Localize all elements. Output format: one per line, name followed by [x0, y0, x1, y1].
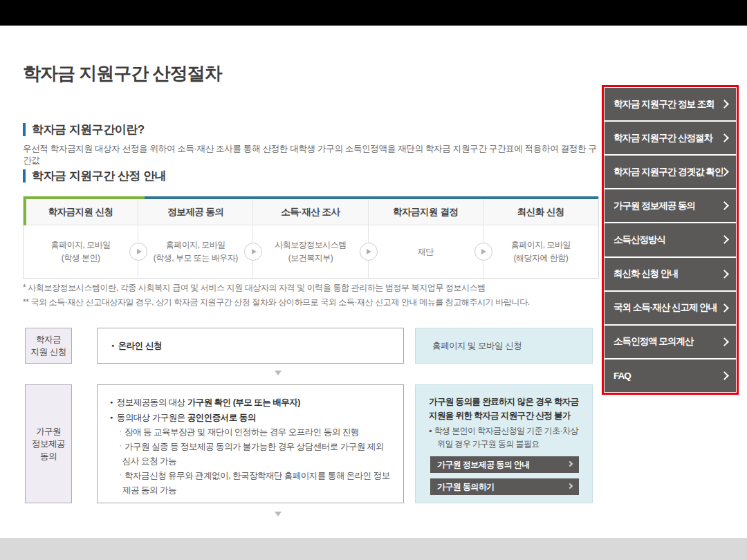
- apply-side-note-box: 홈페이지 및 모바일 신청: [415, 328, 593, 364]
- footnote: ** 국외 소득·재산 신고대상자일 경우, 상기 학자금 지원구간 산정 절차…: [23, 297, 597, 308]
- table-top-border: [24, 196, 598, 199]
- apply-bullet: 온라인 신청: [111, 338, 162, 353]
- consent-detail-box: 정보제공동의 대상 가구원 확인 (부모 또는 배우자) 동의대상 가구원은 공…: [97, 384, 404, 503]
- step-header: 최신화 신청: [483, 199, 598, 225]
- next-step-icon: [360, 243, 378, 261]
- page-title: 학자금 지원구간 산정절차: [23, 62, 221, 86]
- section-what-title: 학자금 지원구간이란?: [32, 122, 145, 138]
- section-what-body: 우선적 학자금지원 대상자 선정을 위하여 소득·재산 조사를 통해 산정한 대…: [23, 143, 597, 167]
- process-header-row: 학자금지원 신청 정보제공 동의 소득·재산 조사 학자금지원 결정 최신화 신…: [24, 199, 598, 225]
- consent-warning-note: 학생 본인이 학자금신청일 기준 기초·차상위일 경우 가구원 동의 불필요: [429, 424, 579, 451]
- consent-label-box: 가구원 정보제공 동의: [25, 384, 72, 503]
- down-arrow-icon: [275, 371, 282, 375]
- section-guide-title: 학자금 지원구간 산정 안내: [32, 168, 166, 184]
- chevron-right-icon: [720, 304, 729, 312]
- sidebar-item-bracket-info[interactable]: 학자금 지원구간 정보 조회: [605, 88, 736, 120]
- sidebar-item-calc-procedure[interactable]: 학자금 지원구간 산정절차: [605, 122, 736, 154]
- step-header: 학자금지원 신청: [24, 199, 138, 225]
- sidebar-item-family-consent[interactable]: 가구원 정보제공 동의: [605, 189, 736, 222]
- apply-side-note: 홈페이지 및 모바일 신청: [432, 340, 522, 352]
- apply-label-box: 학자금 지원 신청: [25, 328, 72, 364]
- step-detail: 홈페이지, 모바일 (해당자에 한함): [483, 225, 598, 278]
- footnote: * 사회보장정보시스템이란, 각종 사회복지 급여 및 서비스 지원 대상자의 …: [23, 282, 597, 294]
- step-header: 학자금지원 결정: [369, 199, 483, 225]
- consent-sub-item: 장애 등 교육부장관 및 재단이 인정하는 경우 오프라인 동의 진행: [110, 425, 391, 440]
- chevron-right-icon: [720, 100, 729, 109]
- consent-guide-button[interactable]: 가구원 정보제공 동의 안내: [430, 456, 579, 473]
- sidebar-item-income-method[interactable]: 소득산정방식: [605, 223, 736, 256]
- apply-detail-box: 온라인 신청: [97, 328, 404, 364]
- consent-bullet: 동의대상 가구원은 공인인증서로 동의: [110, 410, 391, 425]
- consent-warning: 가구원 동의를 완료하지 않은 경우 학자금 지원을 위한 학자금 지원구간 산…: [429, 395, 579, 422]
- sidebar-item-income-simulation[interactable]: 소득인정액 모의계산: [605, 326, 736, 358]
- page: 학자금 지원구간 산정절차 학자금 지원구간이란? 우선적 학자금지원 대상자 …: [0, 0, 747, 560]
- footer-bar: [0, 538, 747, 560]
- chevron-right-icon: [720, 270, 729, 279]
- sidebar-item-boundary-check[interactable]: 학자금 지원구간 경곗값 확인: [605, 156, 736, 188]
- process-table: 학자금지원 신청 정보제공 동의 소득·재산 조사 학자금지원 결정 최신화 신…: [23, 196, 599, 279]
- chevron-right-icon: [720, 202, 729, 211]
- down-arrow-icon: [275, 512, 282, 516]
- consent-bullet: 정보제공동의 대상 가구원 확인 (부모 또는 배우자): [110, 395, 391, 410]
- next-step-icon: [129, 243, 147, 261]
- chevron-right-icon: [720, 371, 729, 380]
- section-accent-bar: [23, 123, 26, 136]
- consent-agree-button[interactable]: 가구원 동의하기: [430, 478, 579, 495]
- step-header: 소득·재산 조사: [253, 199, 368, 225]
- teal-border-segment: [145, 196, 598, 199]
- step-detail: 홈페이지, 모바일 (학생, 부모 또는 배우자): [138, 225, 253, 278]
- chevron-right-icon: [720, 133, 729, 142]
- consent-sub-item: 가구원 실종 등 정보제공 동의가 불가능한 경우 상담센터로 가구원 제외 심…: [110, 440, 391, 469]
- section-what-heading: 학자금 지원구간이란?: [23, 122, 145, 138]
- sidebar-item-overseas-report[interactable]: 국외 소득·재산 신고제 안내: [605, 292, 736, 324]
- chevron-right-icon: [567, 483, 573, 489]
- step-detail: 재단: [369, 225, 483, 278]
- step-header: 정보제공 동의: [138, 199, 253, 225]
- green-left-border: [24, 196, 26, 225]
- process-body-row: 홈페이지, 모바일 (학생 본인) 홈페이지, 모바일 (학생, 부모 또는 배…: [24, 225, 598, 278]
- sidebar-highlight-frame: 학자금 지원구간 정보 조회 학자금 지원구간 산정절차 학자금 지원구간 경곗…: [602, 85, 739, 395]
- step-detail: 사회보장정보시스템 (보건복지부): [253, 225, 368, 278]
- sidebar-item-faq[interactable]: FAQ: [605, 360, 736, 392]
- section-guide-heading: 학자금 지원구간 산정 안내: [23, 168, 166, 184]
- chevron-right-icon: [567, 461, 573, 467]
- consent-side-box: 가구원 동의를 완료하지 않은 경우 학자금 지원을 위한 학자금 지원구간 산…: [415, 384, 593, 503]
- chevron-right-icon: [720, 236, 729, 245]
- section-accent-bar: [23, 169, 26, 183]
- top-black-bar: [0, 0, 747, 26]
- consent-sub-item: 학자금신청 유무와 관계없이, 한국장학재단 홈페이지를 통해 온라인 정보제공…: [110, 469, 391, 498]
- next-step-icon: [474, 243, 492, 261]
- step-detail: 홈페이지, 모바일 (학생 본인): [24, 225, 138, 278]
- sidebar-item-update-request[interactable]: 최신화 신청 안내: [605, 258, 736, 290]
- green-border-segment: [24, 196, 145, 199]
- chevron-right-icon: [720, 337, 729, 346]
